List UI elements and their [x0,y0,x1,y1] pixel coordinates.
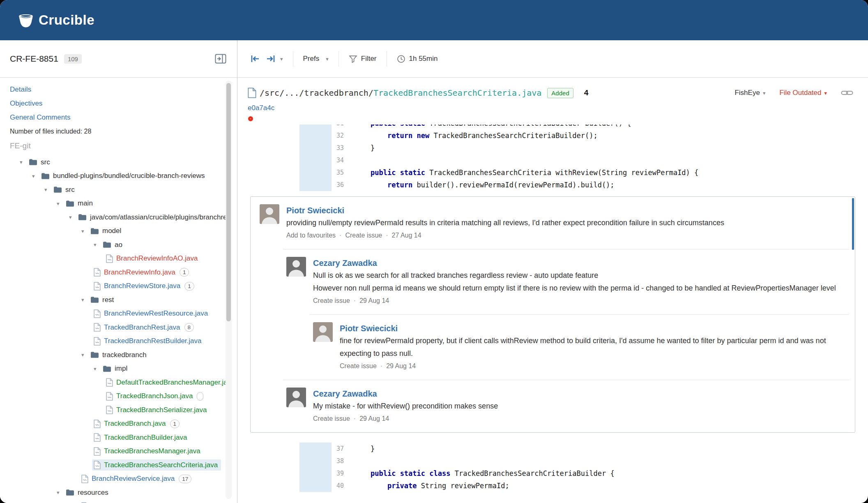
comment: Cezary ZawadkaMy mistake - for withRevie… [283,380,849,432]
sidebar-scrollbar[interactable] [226,83,231,321]
comment-author[interactable]: Piotr Swiecicki [286,204,344,217]
sidebar-link-details[interactable]: Details [10,83,237,97]
file-name: TrackedBranchesSearchCriteria.java [373,88,541,98]
tree-file[interactable]: BranchReviewStore.java1 [0,279,227,293]
repo-label: FE-git [0,138,237,153]
comment-date: 29 Aug 14 [359,297,389,304]
tree-folder[interactable]: ▾java/com/atlassian/crucible/plugins/bra… [0,210,227,224]
tree-file[interactable]: TrackedBranchBuilder.java [0,431,227,445]
tree-file[interactable]: TrackedBranchRest.java8 [0,321,227,335]
tree-label: ao [115,241,122,249]
tree-file[interactable]: BranchReviewInfo.java1 [0,265,227,279]
code-line: 31 public static TrackedBranchesSearchCr… [238,125,868,129]
comment-footer: Create issue·29 Aug 14 [313,295,836,307]
added-gutter [299,125,332,129]
tree-file[interactable]: BranchReviewInfoAO.java [0,252,227,266]
tree-label: src [65,186,75,194]
line-number[interactable]: 34 [332,154,344,166]
sidebar-link-objectives[interactable]: Objectives [10,97,237,111]
comment-action-create-issue[interactable]: Create issue [345,232,382,239]
line-number[interactable]: 37 [332,443,344,455]
tree-file[interactable]: BranchReviewService.java17 [0,472,227,486]
tree-file[interactable] [0,500,227,503]
files-included-note: Number of files included: 28 [0,125,237,138]
comment-action-create-issue[interactable]: Create issue [313,297,350,304]
sidebar-link-general-comments[interactable]: General Comments [10,111,237,125]
line-number[interactable]: 31 [332,125,344,129]
comment-action-create-issue[interactable]: Create issue [340,362,377,369]
tree-file[interactable]: TrackedBranchesSearchCriteria.java [0,458,227,472]
tree-label: TrackedBranch.java [104,420,166,428]
code-block-clipped: 31 public static TrackedBranchesSearchCr… [238,125,868,129]
permalink-icon[interactable] [841,90,853,96]
commit-hash-link[interactable]: e0a7a4c [248,104,274,112]
tree-folder[interactable]: ▾resources [0,486,227,500]
tree-folder[interactable]: ▾trackedbranch [0,348,227,362]
comment-author[interactable]: Piotr Swiecicki [340,322,398,335]
tree-file[interactable]: TrackedBranchRestBuilder.java [0,335,227,348]
folder-icon [103,241,111,248]
code-text: public static TrackedBranchesSearchCrite… [344,166,698,179]
tree-file[interactable]: TrackedBranchesManager.java [0,445,227,459]
collapse-sidebar-button[interactable] [215,54,226,64]
tree-folder[interactable]: ▾ao [0,238,227,252]
tree-file[interactable]: TrackedBranchJson.java [0,390,227,404]
file-comment-count: 4 [584,88,589,97]
line-number[interactable]: 38 [332,455,344,467]
tree-label: TrackedBranchesSearchCriteria.java [104,461,218,469]
tree-file[interactable]: DefaultTrackedBranchesManager.java [0,376,227,390]
code-block-bottom: 37 }3839 public static class TrackedBran… [238,443,868,492]
review-nav: DetailsObjectivesGeneral Comments [0,78,237,125]
chevron-down-icon: ▾ [763,90,766,96]
tree-folder[interactable]: ▾model [0,224,227,238]
added-gutter [299,443,332,455]
tree-folder[interactable]: ▾rest [0,293,227,307]
comment-footer: Create issue·29 Aug 14 [313,413,498,425]
comment-date: 27 Aug 14 [392,232,421,239]
comment-thread: Piotr Swiecickiproviding null/empty revi… [250,196,855,433]
next-file-button[interactable] [264,53,277,65]
file-outdated-dropdown[interactable]: File Outdated▾ [779,89,827,97]
file-icon [106,254,113,263]
gutter [238,467,299,480]
tree-folder[interactable]: ▾impl [0,362,227,376]
tree-file[interactable]: TrackedBranchSerializer.java [0,403,227,417]
file-icon [106,392,113,401]
app-header: Crucible [0,0,868,40]
file-outdated-label: File Outdated [779,89,821,97]
tree-label: model [102,227,121,235]
tree-file[interactable]: TrackedBranch.java1 [0,417,227,431]
unread-indicator [852,198,854,250]
prefs-dropdown[interactable]: Prefs▾ [303,55,329,63]
tree-folder[interactable]: ▾main [0,197,227,211]
line-number[interactable]: 33 [332,142,344,154]
avatar [286,388,306,407]
tree-label: TrackedBranchRestBuilder.java [104,337,202,345]
fisheye-dropdown[interactable]: FishEye▾ [734,89,765,97]
added-gutter [299,129,332,142]
crucible-home-link[interactable]: Crucible [18,12,94,28]
diff-panel: ▾ Prefs▾ Filter 1h 55min /src/.../tracke [238,40,868,503]
line-number[interactable]: 40 [332,480,344,492]
tree-folder[interactable]: ▾src [0,155,227,169]
filter-button[interactable]: Filter [349,55,377,63]
tree-label: resources [78,489,108,497]
file-icon [94,268,101,277]
comment-author[interactable]: Cezary Zawadka [313,388,377,400]
previous-file-button[interactable] [249,53,262,65]
tree-folder[interactable]: ▾bundled-plugins/bundled/crucible-branch… [0,169,227,183]
file-header-actions: FishEye▾ File Outdated▾ [734,89,853,97]
tree-folder[interactable]: ▾src [0,183,227,197]
comment-action-create-issue[interactable]: Create issue [313,415,350,422]
line-number[interactable]: 35 [332,166,344,179]
tree-label: BranchReviewStore.java [104,282,180,290]
line-number[interactable]: 36 [332,179,344,191]
file-icon [94,282,101,291]
file-nav-dropdown[interactable]: ▾ [280,56,283,62]
line-number[interactable]: 39 [332,467,344,480]
comment-author[interactable]: Cezary Zawadka [313,257,377,269]
tree-file[interactable]: BranchReviewRestResource.java [0,307,227,321]
comment-action-add-to-favourites[interactable]: Add to favourites [286,232,336,239]
line-number[interactable]: 32 [332,129,344,142]
time-tracking-button[interactable]: 1h 55min [397,55,438,63]
